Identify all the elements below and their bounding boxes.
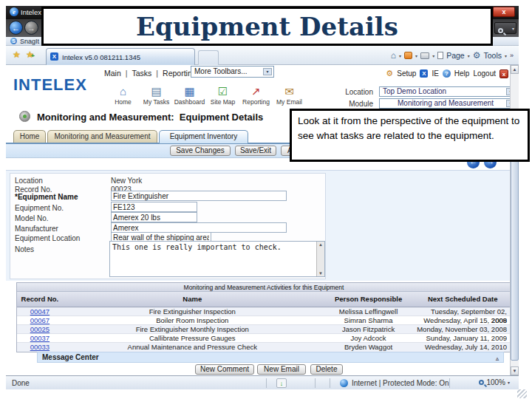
col-person-responsible[interactable]: Person Responsible	[322, 292, 415, 307]
quick-icon-site-map[interactable]: ☑ Site Map	[206, 85, 239, 106]
zoom-caret-icon[interactable]: ▾	[508, 380, 510, 385]
module-dropdown[interactable]: Monitoring and Measurement ▾	[379, 98, 516, 109]
logout-link[interactable]: Logout	[473, 69, 496, 78]
add-favorite-icon[interactable]: ★+	[26, 50, 34, 60]
tab-equipment-inventory[interactable]: Equipment Inventory	[159, 130, 248, 143]
quick-icon-label: Home	[106, 98, 140, 106]
slide: e Intelex x ← → ▾ S SnagIt ★ ★+ X Intele…	[0, 0, 532, 399]
quick-icon-label: My Tasks	[140, 98, 173, 106]
scroll-up-icon[interactable]: ▲	[511, 65, 519, 74]
logout-close-icon[interactable]: x	[499, 69, 508, 78]
overflow-chevron-icon[interactable]: »	[510, 52, 513, 59]
equipment-no-field[interactable]	[111, 202, 197, 212]
callout-text: Look at it from the perspective of the e…	[292, 111, 528, 146]
page-caret-icon[interactable]: ▾	[468, 53, 470, 58]
dashboard-icon: ▦	[173, 85, 206, 98]
more-toolbars-label: More Toolbars...	[194, 67, 248, 75]
help-link[interactable]: Help	[454, 69, 470, 78]
table-header-row: Record No. Name Person Responsible Next …	[17, 292, 511, 307]
scroll-down-icon[interactable]: ▼	[511, 366, 519, 375]
quick-icon-label: Reporting	[239, 98, 273, 106]
quick-icon-my-email[interactable]: ✉ My Email	[273, 85, 306, 106]
setup-icon: ⚙	[386, 69, 393, 78]
tab-monitoring-and-measurement[interactable]: Monitoring and Measurement	[47, 130, 157, 143]
col-record-no[interactable]: Record No.	[17, 292, 63, 307]
command-bar: ⌂ ▾ ▾ ▾ Page ▾ ⚙ Tools ▾ »	[391, 49, 513, 62]
feeds-icon[interactable]	[404, 52, 412, 59]
save-exit-button[interactable]: Save/Exit	[235, 146, 276, 156]
model-no-field[interactable]	[111, 212, 197, 222]
scrollbar-thumb[interactable]	[511, 160, 519, 361]
home-caret-icon[interactable]: ▾	[399, 53, 401, 58]
home-icon[interactable]: ⌂	[391, 50, 396, 61]
manufacturer-field[interactable]	[111, 222, 287, 233]
next-scheduled-date: Monday, November 03, 2008	[415, 325, 511, 333]
nav-tasks[interactable]: Tasks	[132, 69, 152, 78]
setup-link[interactable]: Setup	[397, 69, 416, 78]
record-link[interactable]: 00047	[30, 307, 50, 316]
quick-icon-home[interactable]: ⌂ Home	[106, 85, 140, 106]
ie-link[interactable]: IE	[432, 69, 438, 78]
print-icon[interactable]	[420, 52, 429, 59]
status-bar: Done ↓ Internet | Protected Mode: On 100…	[6, 375, 519, 389]
tools-caret-icon[interactable]: ▾	[505, 53, 507, 58]
page-menu[interactable]: Page	[446, 51, 465, 60]
col-next-scheduled-date[interactable]: Next Scheduled Date	[415, 292, 511, 307]
app-header-links: ⚙ Setup X IE ? Help Logout x	[386, 69, 508, 78]
notes-scrollbar[interactable]: ▲ ▼	[316, 242, 324, 276]
location-value: Top Demo Location	[383, 87, 446, 95]
tab-home[interactable]: Home	[13, 130, 46, 143]
more-toolbars-dropdown[interactable]: More Toolbars... ▾	[191, 66, 274, 78]
close-window-button[interactable]: x	[493, 7, 515, 17]
feeds-caret-icon[interactable]: ▾	[415, 53, 417, 58]
notes-label: Notes	[15, 245, 107, 253]
zoom-control[interactable]: 100% ▾	[479, 378, 510, 386]
search-box[interactable]: ▾	[494, 22, 516, 34]
person-responsible: Jason Fitzpatrick	[322, 325, 415, 333]
snagit-label[interactable]: SnagIt	[20, 38, 39, 45]
module-row: Module Monitoring and Measurement ▾	[318, 98, 519, 109]
window-resize-grip[interactable]	[517, 389, 527, 398]
search-icon	[498, 28, 503, 33]
record-link[interactable]: 00067	[30, 316, 50, 324]
equipment-name-field[interactable]	[111, 191, 287, 201]
scroll-up-icon[interactable]: ▲	[318, 242, 323, 247]
save-changes-button[interactable]: Save Changes	[170, 146, 231, 156]
nav-main[interactable]: Main	[104, 69, 121, 78]
new-comment-button[interactable]: New Comment	[195, 364, 254, 375]
record-link[interactable]: 00037	[30, 334, 50, 342]
quick-icon-dashboard[interactable]: ▦ Dashboard	[173, 85, 206, 106]
page-title: Monitoring and Measurement: Equipment De…	[37, 112, 263, 123]
record-link[interactable]: 00033	[30, 343, 50, 351]
next-scheduled-date: Sunday, January 11, 2009	[415, 334, 511, 342]
scroll-down-icon[interactable]: ▼	[318, 271, 323, 276]
browser-tab[interactable]: X Intelex v5.0 081211.1345	[46, 48, 195, 65]
delete-button[interactable]: Delete	[310, 364, 343, 375]
new-email-button[interactable]: New Email	[257, 364, 306, 375]
message-center-header[interactable]: Message Center ▵	[37, 352, 504, 363]
col-name[interactable]: Name	[63, 292, 322, 307]
location-field-value: New York	[111, 177, 142, 185]
quick-icon-label: Dashboard	[173, 98, 206, 106]
status-divider	[266, 378, 267, 388]
dropdown-caret-icon: ▾	[263, 68, 272, 75]
collapse-icon[interactable]: ▵	[496, 354, 499, 364]
new-tab-stub[interactable]	[198, 50, 219, 65]
location-dropdown[interactable]: Top Demo Location ▾	[379, 86, 516, 97]
zoom-level: 100%	[486, 378, 505, 386]
favorites-star-icon[interactable]: ★	[13, 50, 21, 60]
notes-field[interactable]: This one is really important to check.	[109, 241, 325, 277]
print-caret-icon[interactable]: ▾	[432, 53, 434, 58]
tools-menu[interactable]: Tools	[483, 51, 502, 60]
search-caret-icon[interactable]: ▾	[512, 26, 514, 31]
back-button[interactable]: ←	[9, 21, 23, 35]
tab-favicon: X	[50, 52, 58, 61]
quick-icon-label: Site Map	[206, 98, 239, 106]
nav-separator: |	[156, 69, 158, 78]
next-scheduled-date: Wednesday, July 14, 2010	[415, 343, 511, 352]
forward-button[interactable]: →	[24, 21, 38, 35]
plus-icon: +	[31, 52, 35, 59]
quick-icon-my-tasks[interactable]: ▤ My Tasks	[140, 85, 173, 106]
quick-icon-reporting[interactable]: ↗ Reporting	[239, 85, 273, 106]
record-link[interactable]: 00025	[30, 325, 50, 333]
